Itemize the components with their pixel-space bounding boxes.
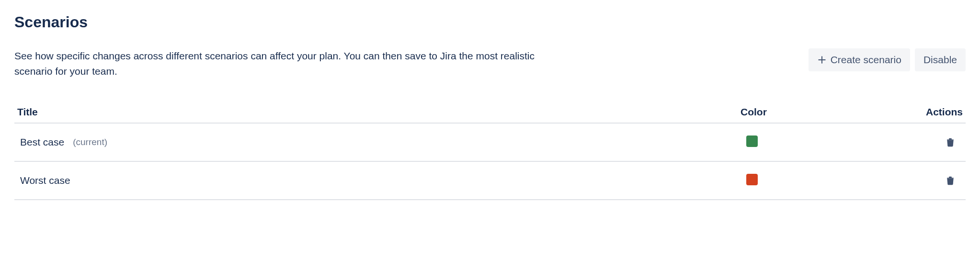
table-row: Worst case (14, 162, 966, 200)
color-swatch[interactable] (746, 174, 758, 185)
scenarios-table: Title Color Actions Best case(current)Wo… (14, 102, 966, 200)
row-title-cell: Worst case (14, 175, 741, 186)
table-header: Title Color Actions (14, 102, 966, 124)
row-color-cell (741, 136, 913, 149)
trash-icon (946, 175, 955, 186)
delete-button[interactable] (944, 173, 957, 188)
disable-label: Disable (923, 54, 957, 66)
create-scenario-label: Create scenario (831, 54, 901, 66)
plus-icon (817, 55, 827, 65)
header-title: Title (14, 106, 741, 118)
scenario-title[interactable]: Best case (20, 136, 64, 148)
trash-icon (946, 137, 955, 147)
table-row: Best case(current) (14, 124, 966, 162)
page-description: See how specific changes across differen… (14, 48, 541, 79)
row-actions-cell (913, 173, 966, 188)
delete-button[interactable] (944, 135, 957, 149)
row-actions-cell (913, 135, 966, 149)
row-title-cell: Best case(current) (14, 136, 741, 148)
disable-button[interactable]: Disable (915, 48, 966, 71)
scenario-title[interactable]: Worst case (20, 175, 70, 186)
current-tag: (current) (73, 137, 107, 147)
color-swatch[interactable] (746, 136, 758, 147)
header-row: See how specific changes across differen… (14, 48, 966, 79)
header-actions: Actions (913, 106, 966, 118)
action-buttons: Create scenario Disable (809, 48, 966, 71)
create-scenario-button[interactable]: Create scenario (809, 48, 910, 71)
header-color: Color (741, 106, 913, 118)
page-title: Scenarios (14, 13, 966, 31)
row-color-cell (741, 174, 913, 188)
